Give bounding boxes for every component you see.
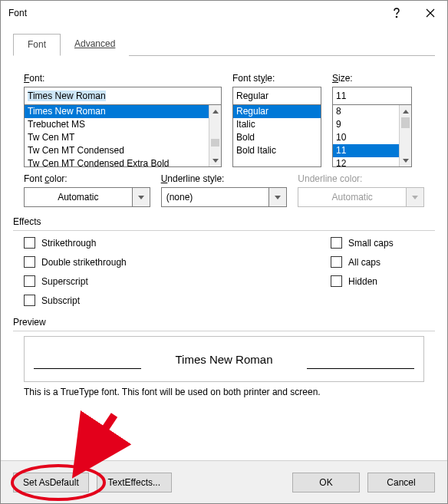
chevron-down-icon[interactable]: [132, 187, 150, 207]
font-scrollbar[interactable]: [209, 105, 221, 166]
size-scrollbar[interactable]: [399, 105, 411, 166]
size-label: Size:: [332, 73, 412, 84]
underline-color-label: Underline color:: [298, 173, 424, 184]
scroll-down-icon[interactable]: [209, 154, 221, 166]
font-item[interactable]: Times New Roman: [25, 105, 221, 118]
help-button[interactable]: [380, 2, 413, 25]
style-input[interactable]: Regular: [232, 87, 321, 105]
style-item[interactable]: Italic: [233, 118, 321, 131]
font-item[interactable]: Tw Cen MT Condensed: [25, 144, 221, 157]
font-input[interactable]: Times New Roman: [24, 87, 222, 105]
svg-point-0: [396, 16, 397, 18]
size-listbox[interactable]: 8 9 10 11 12: [332, 104, 412, 167]
scroll-up-icon[interactable]: [209, 105, 221, 117]
preview-baseline: [307, 368, 414, 369]
scroll-thumb[interactable]: [401, 117, 410, 128]
checkbox-all-caps[interactable]: All caps: [331, 256, 394, 268]
underline-color-combo: Automatic: [298, 187, 424, 207]
tab-font[interactable]: Font: [13, 34, 61, 56]
font-item[interactable]: Tw Cen MT: [25, 131, 221, 144]
style-item[interactable]: Bold Italic: [233, 144, 321, 157]
underline-style-label: Underline style:: [161, 173, 288, 184]
scroll-thumb[interactable]: [211, 139, 219, 147]
effects-group-title: Effects: [13, 216, 435, 231]
preview-text: Times New Roman: [176, 353, 273, 366]
checkbox-hidden[interactable]: Hidden: [331, 275, 394, 287]
tab-strip: Font Advanced: [13, 33, 435, 56]
checkbox-superscript[interactable]: Superscript: [24, 275, 223, 287]
style-listbox[interactable]: Regular Italic Bold Bold Italic: [232, 104, 321, 167]
checkbox-small-caps[interactable]: Small caps: [331, 237, 394, 249]
font-item[interactable]: Trebuchet MS: [25, 118, 221, 131]
cancel-button[interactable]: Cancel: [367, 473, 435, 492]
titlebar: Font: [1, 1, 447, 25]
tab-advanced[interactable]: Advanced: [61, 34, 129, 56]
close-button[interactable]: [413, 2, 447, 25]
size-input[interactable]: 11: [332, 87, 412, 105]
font-color-label: Font color:: [24, 173, 150, 184]
font-color-combo[interactable]: Automatic: [24, 187, 150, 207]
underline-style-combo[interactable]: (none): [161, 187, 288, 207]
preview-box: Times New Roman: [24, 336, 424, 382]
font-description: This is a TrueType font. This font will …: [13, 382, 435, 397]
dialog-footer: Set As Default Text Effects... OK Cancel: [1, 460, 447, 503]
style-label: Font style:: [232, 73, 321, 84]
font-listbox[interactable]: Times New Roman Trebuchet MS Tw Cen MT T…: [24, 104, 222, 167]
dialog-title: Font: [8, 8, 27, 18]
ok-button[interactable]: OK: [292, 473, 360, 492]
scroll-down-icon[interactable]: [400, 154, 411, 166]
checkbox-double-strikethrough[interactable]: Double strikethrough: [24, 256, 223, 268]
set-as-default-button[interactable]: Set As Default: [13, 473, 89, 492]
scroll-up-icon[interactable]: [400, 105, 411, 117]
preview-group-title: Preview: [13, 317, 435, 331]
chevron-down-icon[interactable]: [268, 187, 287, 207]
style-item[interactable]: Bold: [233, 131, 321, 144]
checkbox-subscript[interactable]: Subscript: [24, 295, 223, 306]
preview-baseline: [34, 368, 141, 369]
style-item[interactable]: Regular: [233, 105, 321, 118]
font-label: Font:: [24, 73, 222, 84]
font-item[interactable]: Tw Cen MT Condensed Extra Bold: [25, 157, 221, 167]
chevron-down-icon: [406, 187, 424, 207]
checkbox-strikethrough[interactable]: Strikethrough: [24, 237, 223, 249]
text-effects-button[interactable]: Text Effects...: [97, 473, 172, 492]
